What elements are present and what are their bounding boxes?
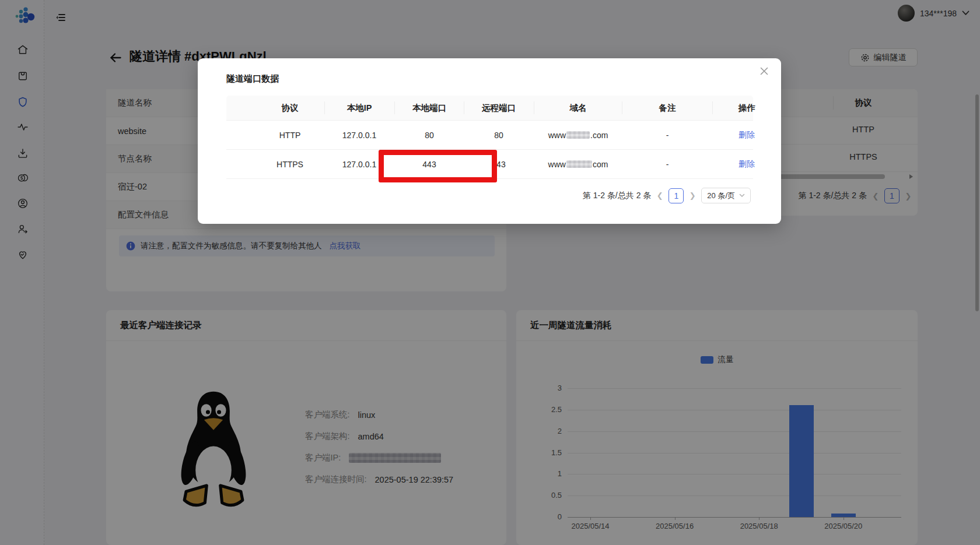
action-cell: 删除 bbox=[718, 121, 776, 149]
pagination-summary: 第 1-2 条/总共 2 条 bbox=[583, 191, 651, 201]
chevron-down-icon bbox=[739, 194, 745, 198]
column-divider bbox=[324, 101, 325, 114]
column-divider bbox=[534, 101, 534, 114]
local-port-cell: 80 bbox=[400, 121, 459, 149]
protocol-cell: HTTP bbox=[261, 121, 319, 149]
modal-close-button[interactable] bbox=[759, 66, 769, 76]
column-divider bbox=[464, 101, 464, 114]
col-header: 远程端口 bbox=[470, 96, 528, 120]
remote-port-cell: 80 bbox=[470, 121, 528, 149]
action-cell: 删除 bbox=[718, 150, 776, 178]
modal-pagination: 第 1-2 条/总共 2 条 ❮ 1 ❯ 20 条/页 bbox=[583, 188, 751, 203]
port-table-header: 协议 本地IP 本地端口 远程端口 域名 备注 操作 bbox=[226, 96, 753, 121]
port-table-row: HTTP 127.0.0.1 80 80 www.com - 删除 bbox=[226, 121, 753, 150]
prev-page-icon[interactable]: ❮ bbox=[656, 191, 663, 200]
page-number[interactable]: 1 bbox=[668, 188, 684, 203]
domain-redacted bbox=[566, 160, 592, 168]
modal-title: 隧道端口数据 bbox=[226, 73, 279, 85]
delete-link[interactable]: 删除 bbox=[738, 159, 755, 170]
local-ip-cell: 127.0.0.1 bbox=[330, 121, 388, 149]
column-divider bbox=[394, 101, 395, 114]
domain-redacted bbox=[566, 131, 590, 139]
next-page-icon[interactable]: ❯ bbox=[689, 191, 696, 200]
col-header: 操作 bbox=[718, 96, 776, 120]
col-header: 本地端口 bbox=[400, 96, 459, 120]
remark-cell: - bbox=[638, 121, 696, 149]
column-divider bbox=[712, 101, 713, 114]
protocol-cell: HTTPS bbox=[261, 150, 319, 178]
remark-cell: - bbox=[638, 150, 696, 178]
col-header: 本地IP bbox=[330, 96, 388, 120]
col-header: 域名 bbox=[543, 96, 613, 120]
column-divider bbox=[622, 101, 622, 114]
highlight-annotation-box bbox=[379, 150, 497, 182]
col-header: 备注 bbox=[638, 96, 696, 120]
app-window: 隧道详情 #dxtPWLqNzl 134***198 编辑隧道 隧道名称 web… bbox=[0, 0, 980, 545]
domain-cell: wwwcom bbox=[543, 150, 613, 178]
domain-cell: www.com bbox=[543, 121, 613, 149]
col-header: 协议 bbox=[261, 96, 319, 120]
tunnel-port-modal: 隧道端口数据 协议 本地IP 本地端口 远程端口 域名 备注 操作 HTTP 1… bbox=[198, 58, 781, 224]
delete-link[interactable]: 删除 bbox=[738, 130, 755, 140]
close-icon bbox=[759, 66, 769, 76]
page-size-select[interactable]: 20 条/页 bbox=[701, 188, 751, 203]
